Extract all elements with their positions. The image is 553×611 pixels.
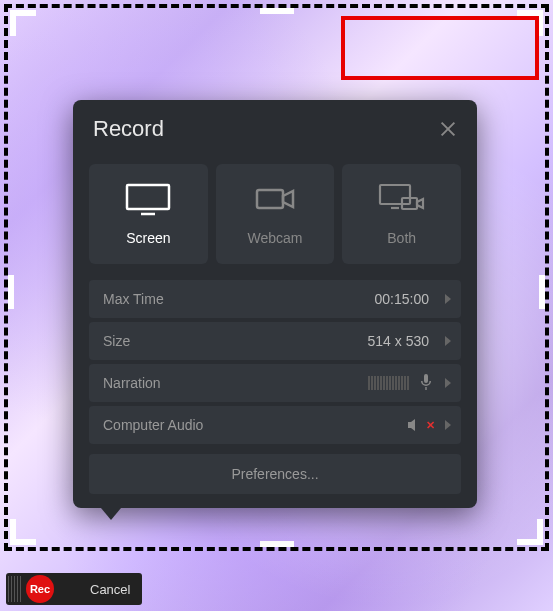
chevron-right-icon: [445, 378, 451, 388]
computer-audio-label: Computer Audio: [103, 417, 406, 433]
both-icon: [378, 182, 426, 220]
resize-handle-top[interactable]: [260, 8, 294, 14]
audio-level-meter: [368, 376, 409, 390]
chevron-right-icon: [445, 420, 451, 430]
webcam-icon: [251, 182, 299, 220]
svg-rect-0: [127, 185, 169, 209]
mode-both[interactable]: Both: [342, 164, 461, 264]
resize-handle-br[interactable]: [517, 519, 543, 545]
setting-computer-audio[interactable]: Computer Audio ✕: [89, 406, 461, 444]
microphone-icon: [417, 373, 435, 394]
panel-title: Record: [93, 116, 164, 142]
cancel-button[interactable]: Cancel: [84, 582, 136, 597]
setting-narration[interactable]: Narration: [89, 364, 461, 402]
recorder-toolbar: Rec Cancel: [6, 573, 142, 605]
max-time-label: Max Time: [103, 291, 375, 307]
monitor-icon: [124, 182, 172, 220]
svg-rect-2: [257, 190, 283, 208]
resize-handle-right[interactable]: [539, 275, 545, 309]
drag-grip-icon[interactable]: [8, 576, 22, 602]
record-panel: Record Screen Webcam: [73, 100, 477, 508]
chevron-right-icon: [445, 336, 451, 346]
size-value: 514 x 530: [368, 333, 430, 349]
preferences-button[interactable]: Preferences...: [89, 454, 461, 494]
preferences-label: Preferences...: [231, 466, 318, 482]
narration-label: Narration: [103, 375, 368, 391]
mode-webcam[interactable]: Webcam: [216, 164, 335, 264]
close-button[interactable]: [439, 120, 457, 138]
chevron-right-icon: [445, 294, 451, 304]
record-label: Rec: [30, 583, 50, 595]
setting-max-time[interactable]: Max Time 00:15:00: [89, 280, 461, 318]
panel-pointer-tail: [101, 508, 121, 520]
mode-webcam-label: Webcam: [248, 230, 303, 246]
mode-both-label: Both: [387, 230, 416, 246]
annotation-highlight-box: [341, 16, 539, 80]
resize-handle-tl[interactable]: [10, 10, 36, 36]
resize-handle-left[interactable]: [8, 275, 14, 309]
svg-rect-3: [380, 185, 410, 204]
mode-screen-label: Screen: [126, 230, 170, 246]
mode-screen[interactable]: Screen: [89, 164, 208, 264]
record-button[interactable]: Rec: [26, 575, 54, 603]
setting-size[interactable]: Size 514 x 530: [89, 322, 461, 360]
settings-button[interactable]: [58, 578, 80, 600]
cancel-label: Cancel: [90, 582, 130, 597]
resize-handle-bottom[interactable]: [260, 541, 294, 547]
speaker-muted-icon: ✕: [406, 416, 435, 434]
size-label: Size: [103, 333, 368, 349]
max-time-value: 00:15:00: [375, 291, 430, 307]
resize-handle-bl[interactable]: [10, 519, 36, 545]
